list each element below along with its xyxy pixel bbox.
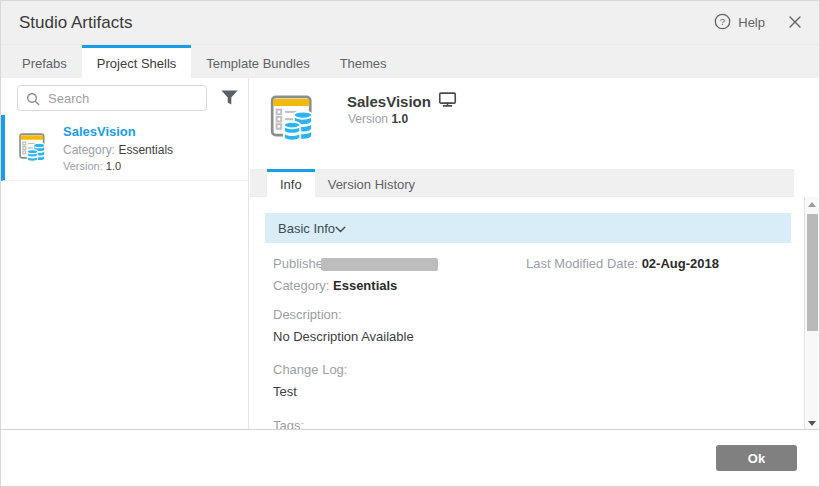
monitor-icon <box>438 91 457 111</box>
close-icon <box>789 14 801 32</box>
info-panel: Basic Info Publisher: Last Modified Date… <box>250 197 801 431</box>
publisher-redacted-value <box>321 258 438 271</box>
page-title: Studio Artifacts <box>19 13 132 33</box>
search-input[interactable] <box>18 86 206 110</box>
detail-tab-bar: Info Version History <box>250 169 794 197</box>
detail-title: SalesVision <box>347 93 431 110</box>
last-modified-row: Last Modified Date: 02-Aug-2018 <box>526 256 719 271</box>
vertical-scrollbar[interactable] <box>804 197 819 431</box>
list-item-text: SalesVision Category: Essentials Version… <box>63 124 173 172</box>
tab-info[interactable]: Info <box>267 169 315 197</box>
basic-info-section-header[interactable]: Basic Info <box>265 213 791 243</box>
ok-button[interactable]: Ok <box>716 445 797 471</box>
changelog-label: Change Log: <box>273 362 347 377</box>
tab-project-shells[interactable]: Project Shells <box>82 45 191 78</box>
filter-funnel-icon <box>220 89 239 110</box>
list-item-category: Category: Essentials <box>63 143 173 157</box>
main-tab-bar: Prefabs Project Shells Template Bundles … <box>1 45 819 78</box>
list-item-title: SalesVision <box>63 124 173 139</box>
description-label: Description: <box>273 307 342 322</box>
search-box <box>17 85 207 111</box>
changelog-value: Test <box>273 384 297 399</box>
scroll-down-icon[interactable] <box>808 421 816 426</box>
detail-title-row: SalesVision <box>347 91 457 111</box>
studio-artifacts-dialog: Studio Artifacts ? Help <box>0 0 820 487</box>
last-modified-value: 02-Aug-2018 <box>642 256 719 271</box>
last-modified-label: Last Modified Date: <box>526 256 638 271</box>
close-button[interactable] <box>789 14 801 32</box>
category-row: Category: Essentials <box>273 278 397 293</box>
chevron-down-icon <box>335 221 346 236</box>
list-item-version: Version: 1.0 <box>63 160 173 172</box>
detail-artifact-icon <box>264 87 322 149</box>
dialog-footer: Ok <box>1 429 819 486</box>
dialog-header: Studio Artifacts ? Help <box>1 1 819 45</box>
category-label: Category: <box>273 278 329 293</box>
header-actions: ? Help <box>714 13 801 33</box>
svg-text:?: ? <box>720 16 725 27</box>
description-value: No Description Available <box>273 329 414 344</box>
tab-themes[interactable]: Themes <box>325 45 402 78</box>
help-label: Help <box>738 15 765 30</box>
artifact-list-sidebar: SalesVision Category: Essentials Version… <box>1 78 249 429</box>
scroll-up-icon[interactable] <box>808 202 816 207</box>
project-shell-artifact-icon <box>15 128 51 168</box>
filter-button[interactable] <box>216 87 242 111</box>
help-button[interactable]: ? Help <box>714 13 765 33</box>
scrollbar-thumb[interactable] <box>807 214 818 331</box>
tab-version-history[interactable]: Version History <box>315 169 428 196</box>
detail-version: Version 1.0 <box>348 112 408 126</box>
tab-prefabs[interactable]: Prefabs <box>7 45 82 78</box>
list-item-salesvision[interactable]: SalesVision Category: Essentials Version… <box>1 115 248 181</box>
help-icon: ? <box>714 13 731 33</box>
basic-info-title: Basic Info <box>278 221 335 236</box>
category-value: Essentials <box>333 278 397 293</box>
tab-template-bundles[interactable]: Template Bundles <box>191 45 324 78</box>
